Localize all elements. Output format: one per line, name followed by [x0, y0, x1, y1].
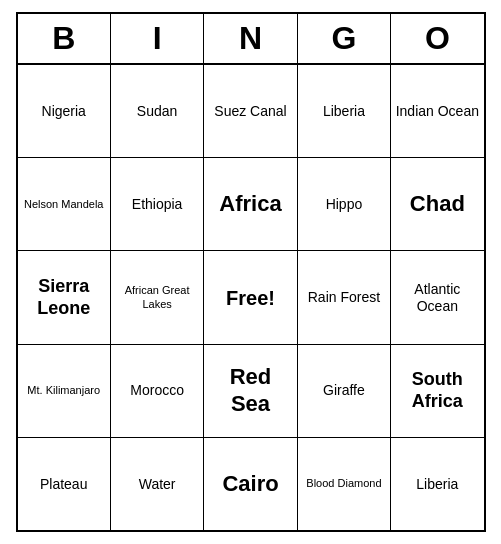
- header-letter-I: I: [111, 14, 204, 63]
- header-letter-N: N: [204, 14, 297, 63]
- cell-2-4: Atlantic Ocean: [391, 251, 483, 343]
- header-letter-B: B: [18, 14, 111, 63]
- cell-2-0: Sierra Leone: [18, 251, 111, 343]
- cell-0-1: Sudan: [111, 65, 204, 157]
- cell-2-2: Free!: [204, 251, 297, 343]
- cell-1-0: Nelson Mandela: [18, 158, 111, 250]
- cell-1-2: Africa: [204, 158, 297, 250]
- cell-1-4: Chad: [391, 158, 483, 250]
- bingo-row-1: Nelson MandelaEthiopiaAfricaHippoChad: [18, 158, 484, 251]
- cell-3-2: Red Sea: [204, 345, 297, 437]
- header-letter-O: O: [391, 14, 483, 63]
- cell-3-0: Mt. Kilimanjaro: [18, 345, 111, 437]
- bingo-row-4: PlateauWaterCairoBlood DiamondLiberia: [18, 438, 484, 530]
- cell-0-4: Indian Ocean: [391, 65, 483, 157]
- bingo-row-2: Sierra LeoneAfrican Great LakesFree!Rain…: [18, 251, 484, 344]
- cell-2-1: African Great Lakes: [111, 251, 204, 343]
- header-letter-G: G: [298, 14, 391, 63]
- cell-2-3: Rain Forest: [298, 251, 391, 343]
- cell-0-2: Suez Canal: [204, 65, 297, 157]
- cell-4-3: Blood Diamond: [298, 438, 391, 530]
- cell-1-1: Ethiopia: [111, 158, 204, 250]
- bingo-header: BINGO: [18, 14, 484, 65]
- cell-4-0: Plateau: [18, 438, 111, 530]
- cell-0-3: Liberia: [298, 65, 391, 157]
- bingo-row-3: Mt. KilimanjaroMoroccoRed SeaGiraffeSout…: [18, 345, 484, 438]
- cell-4-1: Water: [111, 438, 204, 530]
- bingo-row-0: NigeriaSudanSuez CanalLiberiaIndian Ocea…: [18, 65, 484, 158]
- cell-4-2: Cairo: [204, 438, 297, 530]
- cell-0-0: Nigeria: [18, 65, 111, 157]
- bingo-body: NigeriaSudanSuez CanalLiberiaIndian Ocea…: [18, 65, 484, 530]
- bingo-card: BINGO NigeriaSudanSuez CanalLiberiaIndia…: [16, 12, 486, 532]
- cell-1-3: Hippo: [298, 158, 391, 250]
- cell-3-1: Morocco: [111, 345, 204, 437]
- cell-4-4: Liberia: [391, 438, 483, 530]
- cell-3-4: South Africa: [391, 345, 483, 437]
- cell-3-3: Giraffe: [298, 345, 391, 437]
